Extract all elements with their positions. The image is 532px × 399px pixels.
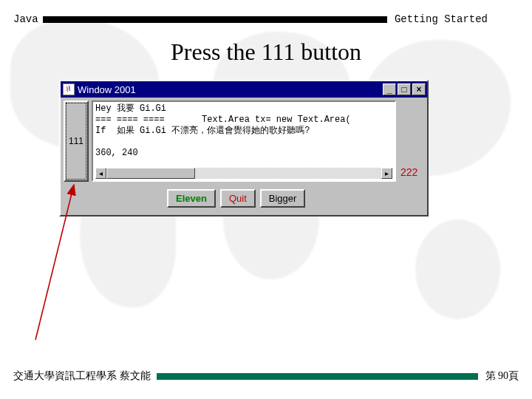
window-client: 111 Hey 我要 Gi.Gi === ==== ==== Text.Area… xyxy=(61,98,427,215)
h-scrollbar[interactable]: ◂ ▸ xyxy=(95,168,392,179)
slide-header: Java Getting Started xyxy=(13,13,488,25)
titlebar-text: Window 2001 xyxy=(78,84,381,95)
scroll-track[interactable] xyxy=(106,168,381,179)
maximize-button[interactable]: □ xyxy=(398,83,411,95)
header-left: Java xyxy=(13,13,38,25)
minimize-button[interactable]: _ xyxy=(383,83,396,95)
footer-divider xyxy=(157,373,478,380)
bigger-button[interactable]: Bigger xyxy=(260,189,306,208)
button-row: Eleven Quit Bigger xyxy=(64,182,424,212)
222-label: 222 xyxy=(400,166,417,178)
scroll-right-button[interactable]: ▸ xyxy=(381,168,392,179)
eleven-button[interactable]: Eleven xyxy=(167,189,216,208)
textarea-content: Hey 我要 Gi.Gi === ==== ==== Text.Area tx=… xyxy=(95,103,392,166)
footer-right: 第 90頁 xyxy=(485,369,519,383)
111-button[interactable]: 111 xyxy=(64,100,89,182)
scroll-left-button[interactable]: ◂ xyxy=(95,168,106,179)
slide-footer: 交通大學資訊工程學系 蔡文能 第 90頁 xyxy=(13,369,519,383)
header-divider xyxy=(43,16,387,23)
header-right: Getting Started xyxy=(395,13,488,25)
titlebar[interactable]: Window 2001 _ □ × xyxy=(61,81,427,98)
java-cup-icon xyxy=(63,83,75,95)
slide-title: Press the 111 button xyxy=(0,38,532,66)
close-button[interactable]: × xyxy=(412,83,426,95)
textarea[interactable]: Hey 我要 Gi.Gi === ==== ==== Text.Area tx=… xyxy=(92,100,396,182)
app-window: Window 2001 _ □ × 111 Hey 我要 Gi.Gi === =… xyxy=(59,80,429,216)
quit-button[interactable]: Quit xyxy=(220,189,256,208)
footer-left: 交通大學資訊工程學系 蔡文能 xyxy=(13,369,151,383)
scroll-thumb[interactable] xyxy=(106,168,195,179)
